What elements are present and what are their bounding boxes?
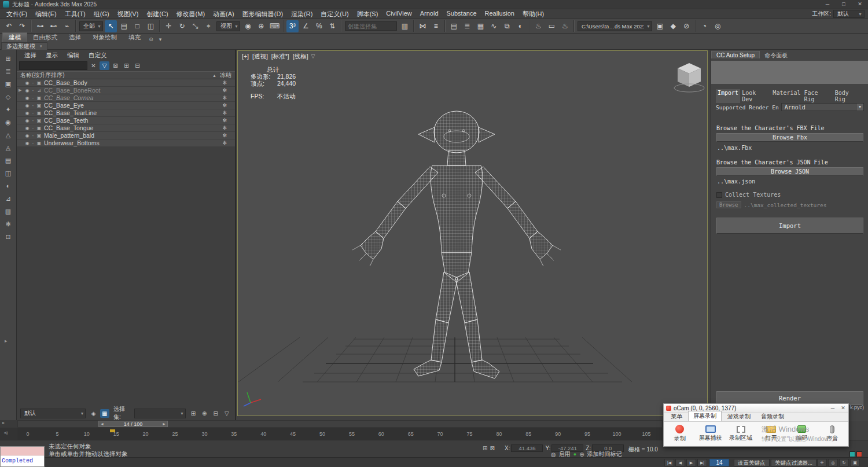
ribbon-tab-object-paint[interactable]: 对象绘制 (87, 33, 123, 42)
pan-view-icon[interactable]: ✛ (817, 459, 827, 466)
ribbon-tab-populate[interactable]: 填充 (123, 33, 146, 42)
display-helpers-icon[interactable]: △ (2, 129, 14, 141)
viewcube[interactable] (674, 63, 704, 92)
maximize-viewport-icon[interactable]: ▣ (850, 459, 860, 466)
ocam-tab-音频录制[interactable]: 音频录制 (756, 412, 789, 421)
tab-look-dev[interactable]: Look Dev (740, 89, 771, 103)
ribbon-minimize-icon[interactable]: ▾ (156, 35, 165, 42)
time-slider[interactable]: ◄ 14 / 100 ► (17, 420, 663, 428)
display-lights-icon[interactable]: ✦ (2, 104, 14, 115)
frozen-icon[interactable]: ✻ (222, 140, 227, 146)
time-slider-left[interactable]: ▸ (0, 420, 17, 428)
strip-expand-icon[interactable]: ▸ (5, 338, 8, 344)
viewport-filter-icon[interactable]: ▽ (311, 53, 315, 61)
render-toggle-icon[interactable]: · (31, 133, 35, 139)
menu-graph-editors[interactable]: 图形编辑器(D) (238, 9, 287, 19)
listener-line[interactable]: Completed (1, 455, 44, 466)
project-folder-dropdown[interactable]: C:\Users\ta…ds Max 2021▼ (578, 21, 652, 31)
play-icon[interactable]: ▶ (686, 459, 696, 466)
render-toggle-icon[interactable]: · (31, 140, 35, 146)
viewport-layout-icon[interactable]: ◎ (712, 20, 724, 32)
toggle-layer-explorer-icon[interactable]: ≣ (461, 20, 473, 32)
visibility-icon[interactable]: ◉ (24, 80, 31, 86)
display-bones-icon[interactable]: ⊿ (2, 193, 14, 204)
close-button[interactable]: ✕ (852, 0, 868, 9)
display-frozen-icon[interactable]: ✻ (2, 218, 14, 230)
list-item[interactable]: ◉·▣Underwear_Bottoms✻ (17, 139, 235, 147)
toggle-ribbon-icon[interactable]: ▦ (475, 20, 487, 32)
create-selection-set-icon[interactable]: ⊞ (189, 409, 198, 418)
list-item[interactable]: ◉·▣CC_Base_Tongue✻ (17, 124, 235, 132)
display-groups-icon[interactable]: ▤ (2, 155, 14, 166)
frozen-icon[interactable]: ✻ (222, 117, 227, 123)
display-spacewarps-icon[interactable]: ◬ (2, 142, 14, 153)
frozen-icon[interactable]: ✻ (222, 133, 227, 138)
current-frame-field[interactable]: 14 (709, 459, 729, 466)
screen-capture-button[interactable]: 屏幕捕获 (696, 422, 726, 445)
asset-library-icon[interactable]: ▣ (654, 20, 666, 32)
orbit-view-icon[interactable]: ↻ (839, 459, 849, 466)
angle-snap-icon[interactable]: ∠ (300, 20, 312, 32)
list-item[interactable]: ◉·▣CC_Base_Body✻ (17, 79, 235, 87)
substance-tool-icon[interactable]: ◆ (667, 20, 679, 32)
ocam-tab-屏幕录制[interactable]: 屏幕录制 (688, 411, 722, 421)
selection-filter-icon[interactable]: ▽ (222, 409, 231, 418)
selection-lock-icon[interactable]: ⊠ (490, 445, 494, 451)
render-toggle-icon[interactable]: · (31, 117, 35, 124)
material-editor-icon[interactable]: ◐ (514, 20, 527, 32)
explorer-pick-icon[interactable]: ◈ (89, 409, 98, 418)
ribbon-tab-freeform[interactable]: 自由形式 (27, 33, 63, 42)
viewport-canvas[interactable] (238, 51, 707, 415)
select-and-manipulate-icon[interactable]: ⊕ (255, 20, 267, 32)
select-object-icon[interactable]: ↖ (105, 20, 117, 32)
display-cameras-icon[interactable]: ◉ (2, 116, 14, 128)
tab-material[interactable]: Material (771, 89, 802, 103)
frozen-icon[interactable]: ✻ (222, 87, 227, 93)
bind-to-spacewarp-icon[interactable]: ⌁ (61, 20, 73, 32)
select-link-icon[interactable]: ⊶ (34, 20, 46, 32)
menu-create[interactable]: 创建(C) (142, 9, 172, 19)
menu-animation[interactable]: 动画(A) (209, 9, 238, 19)
isolate-selection-icon[interactable]: ⊞ (483, 445, 487, 451)
menu-customize[interactable]: 自定义(U) (317, 9, 352, 19)
menu-group[interactable]: 组(G) (90, 9, 113, 19)
ruler-left-icon[interactable]: ⊲ (3, 430, 8, 436)
collect-textures-checkbox[interactable] (716, 192, 722, 198)
expander-icon[interactable]: ▶ (19, 88, 24, 93)
ribbon-tab-selection[interactable]: 选择 (63, 33, 87, 42)
set-key-button[interactable]: 设置关键点 (734, 459, 770, 466)
menu-tools[interactable]: 工具(T) (61, 9, 90, 19)
clear-search-icon[interactable]: ✕ (89, 61, 98, 70)
render-production-icon[interactable]: ♨ (559, 20, 571, 32)
browse-fbx-button[interactable]: Browse Fbx (716, 133, 863, 142)
menu-edit[interactable]: 编辑(E) (31, 9, 61, 19)
name-column-header[interactable]: 名称(按升序排序) (20, 71, 65, 79)
viewport[interactable]: [+][透视][标准*][线框]▽ 总计 多边形:21,826 顶点:24,44… (237, 50, 708, 416)
list-item[interactable]: ◉·▣Male_pattern_bald✻ (17, 132, 235, 139)
keyboard-shortcut-override-icon[interactable]: ⌨ (269, 20, 281, 32)
menu-file[interactable]: 文件(F) (2, 9, 31, 19)
viewport-label-segment[interactable]: [线框] (292, 53, 309, 61)
window-crossing-icon[interactable]: ◫ (145, 20, 157, 32)
align-icon[interactable]: ≡ (430, 20, 442, 32)
selection-filter-dropdown[interactable]: 全部▼ (79, 21, 103, 31)
explorer-options-icon[interactable]: ⊟ (133, 61, 142, 70)
time-slider-handle[interactable]: ◄ 14 / 100 ► (98, 421, 168, 427)
list-item[interactable]: ◉·▣CC_Base_Cornea✻ (17, 94, 235, 102)
menu-views[interactable]: 视图(V) (113, 9, 143, 19)
collect-browse-button[interactable]: Browse (716, 201, 741, 208)
ribbon-config-icon[interactable]: ⊙ (146, 35, 156, 42)
select-by-name-icon[interactable]: ▤ (118, 20, 130, 32)
menu-substance[interactable]: Substance (443, 9, 481, 19)
select-and-place-icon[interactable]: ⌖ (203, 20, 215, 32)
snaps-toggle-icon[interactable]: 3³ (286, 20, 299, 32)
x-coordinate-input[interactable]: 41.436 (511, 444, 543, 452)
frozen-icon[interactable]: ✻ (222, 125, 227, 131)
viewport-label-segment[interactable]: [+] (241, 53, 249, 61)
minimize-button[interactable]: ─ (819, 0, 836, 9)
menu-help[interactable]: 帮助(H) (518, 9, 548, 19)
explorer-column-header[interactable]: 名称(按升序排序) ▲ 冻结 (17, 71, 235, 79)
ocam-tab-游戏录制[interactable]: 游戏录制 (723, 412, 755, 421)
go-to-end-icon[interactable]: ▶| (697, 459, 707, 466)
record-button[interactable]: 录制 (665, 422, 695, 445)
